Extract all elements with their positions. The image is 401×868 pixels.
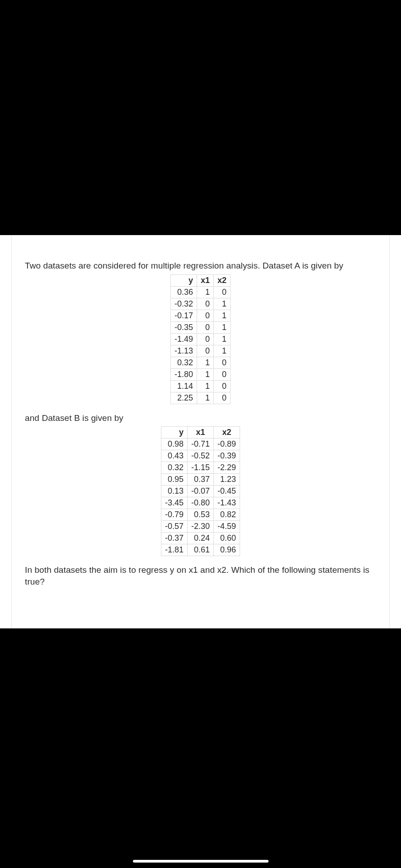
table-cell: -1.15 bbox=[187, 462, 213, 474]
table-cell: 1 bbox=[197, 286, 213, 298]
table-cell: 0 bbox=[214, 286, 231, 298]
table-row: -0.57-2.30-4.59 bbox=[161, 521, 240, 533]
table-cell: 0.36 bbox=[170, 286, 197, 298]
table-cell: 1 bbox=[214, 333, 231, 345]
table-header-row: y x1 x2 bbox=[161, 427, 240, 439]
table-cell: 2.25 bbox=[170, 392, 197, 404]
table-cell: -1.43 bbox=[214, 497, 240, 509]
table-cell: 0.60 bbox=[214, 533, 240, 544]
table-cell: 0.95 bbox=[161, 474, 187, 486]
table-cell: 0 bbox=[214, 392, 231, 404]
mid-text: and Dataset B is given by bbox=[25, 412, 376, 424]
table-cell: 0.98 bbox=[161, 439, 187, 450]
table-cell: -0.32 bbox=[170, 298, 197, 310]
table-cell: 1 bbox=[197, 357, 213, 368]
table-cell: 0 bbox=[197, 345, 213, 357]
table-row: -0.3501 bbox=[170, 321, 230, 333]
col-header: x1 bbox=[187, 427, 213, 439]
col-header: x2 bbox=[214, 427, 240, 439]
table-row: -1.4901 bbox=[170, 333, 230, 345]
table-cell: -1.49 bbox=[170, 333, 197, 345]
table-cell: 0 bbox=[197, 298, 213, 310]
table-row: -1.810.610.96 bbox=[161, 544, 240, 556]
table-cell: 0.53 bbox=[187, 509, 213, 521]
table-cell: -1.80 bbox=[170, 368, 197, 380]
table-cell: 1 bbox=[214, 345, 231, 357]
table-cell: 1 bbox=[197, 380, 213, 392]
table-cell: -0.07 bbox=[187, 486, 213, 497]
table-row: -3.45-0.80-1.43 bbox=[161, 497, 240, 509]
home-indicator[interactable] bbox=[133, 860, 269, 863]
table-cell: 0 bbox=[197, 333, 213, 345]
table-cell: 1 bbox=[197, 368, 213, 380]
table-cell: 1.14 bbox=[170, 380, 197, 392]
col-header: y bbox=[161, 427, 187, 439]
table-row: -0.790.530.82 bbox=[161, 509, 240, 521]
col-header: y bbox=[170, 274, 197, 286]
table-cell: -0.17 bbox=[170, 310, 197, 321]
table-cell: -0.45 bbox=[214, 486, 240, 497]
table-cell: 0.24 bbox=[187, 533, 213, 544]
dataset-a-table: y x1 x2 0.3610-0.3201-0.1701-0.3501-1.49… bbox=[170, 274, 231, 404]
intro-text: Two datasets are considered for multiple… bbox=[25, 260, 376, 272]
table-cell: 1 bbox=[214, 310, 231, 321]
table-row: -1.1301 bbox=[170, 345, 230, 357]
table-cell: -0.79 bbox=[161, 509, 187, 521]
table-cell: 0 bbox=[214, 368, 231, 380]
outro-text: In both datasets the aim is to regress y… bbox=[25, 564, 376, 587]
table-cell: 0.82 bbox=[214, 509, 240, 521]
table-row: 0.98-0.71-0.89 bbox=[161, 439, 240, 450]
table-cell: 0.13 bbox=[161, 486, 187, 497]
table-cell: -3.45 bbox=[161, 497, 187, 509]
table-cell: -0.89 bbox=[214, 439, 240, 450]
table-header-row: y x1 x2 bbox=[170, 274, 230, 286]
page-content: Two datasets are considered for multiple… bbox=[11, 235, 390, 628]
table-cell: 0.96 bbox=[214, 544, 240, 556]
table-row: 0.3610 bbox=[170, 286, 230, 298]
table-cell: 0.32 bbox=[161, 462, 187, 474]
table-row: -0.370.240.60 bbox=[161, 533, 240, 544]
col-header: x1 bbox=[197, 274, 213, 286]
table-cell: 1 bbox=[214, 321, 231, 333]
table-cell: -0.35 bbox=[170, 321, 197, 333]
table-row: 0.3210 bbox=[170, 357, 230, 368]
table-cell: 0.43 bbox=[161, 450, 187, 462]
table-cell: -0.71 bbox=[187, 439, 213, 450]
table-cell: -2.29 bbox=[214, 462, 240, 474]
table-row: -0.3201 bbox=[170, 298, 230, 310]
table-row: -1.8010 bbox=[170, 368, 230, 380]
table-cell: -0.37 bbox=[161, 533, 187, 544]
table-cell: -0.52 bbox=[187, 450, 213, 462]
table-row: 0.43-0.52-0.39 bbox=[161, 450, 240, 462]
table-cell: 0.61 bbox=[187, 544, 213, 556]
table-cell: -0.39 bbox=[214, 450, 240, 462]
table-row: 0.32-1.15-2.29 bbox=[161, 462, 240, 474]
table-row: 1.1410 bbox=[170, 380, 230, 392]
table-cell: -4.59 bbox=[214, 521, 240, 533]
table-cell: -2.30 bbox=[187, 521, 213, 533]
table-cell: 0 bbox=[214, 357, 231, 368]
table-cell: 0.32 bbox=[170, 357, 197, 368]
table-cell: -1.81 bbox=[161, 544, 187, 556]
table-cell: 1.23 bbox=[214, 474, 240, 486]
dataset-b-table: y x1 x2 0.98-0.71-0.890.43-0.52-0.390.32… bbox=[161, 426, 240, 556]
table-cell: 1 bbox=[197, 392, 213, 404]
table-cell: 1 bbox=[214, 298, 231, 310]
table-row: 0.13-0.07-0.45 bbox=[161, 486, 240, 497]
document-page: Two datasets are considered for multiple… bbox=[0, 235, 401, 628]
table-row: -0.1701 bbox=[170, 310, 230, 321]
table-cell: 0 bbox=[214, 380, 231, 392]
table-cell: 0 bbox=[197, 321, 213, 333]
table-row: 2.2510 bbox=[170, 392, 230, 404]
table-cell: 0 bbox=[197, 310, 213, 321]
viewport: Two datasets are considered for multiple… bbox=[0, 0, 401, 868]
table-cell: -0.57 bbox=[161, 521, 187, 533]
col-header: x2 bbox=[214, 274, 231, 286]
table-cell: -0.80 bbox=[187, 497, 213, 509]
table-cell: -1.13 bbox=[170, 345, 197, 357]
table-row: 0.950.371.23 bbox=[161, 474, 240, 486]
table-cell: 0.37 bbox=[187, 474, 213, 486]
